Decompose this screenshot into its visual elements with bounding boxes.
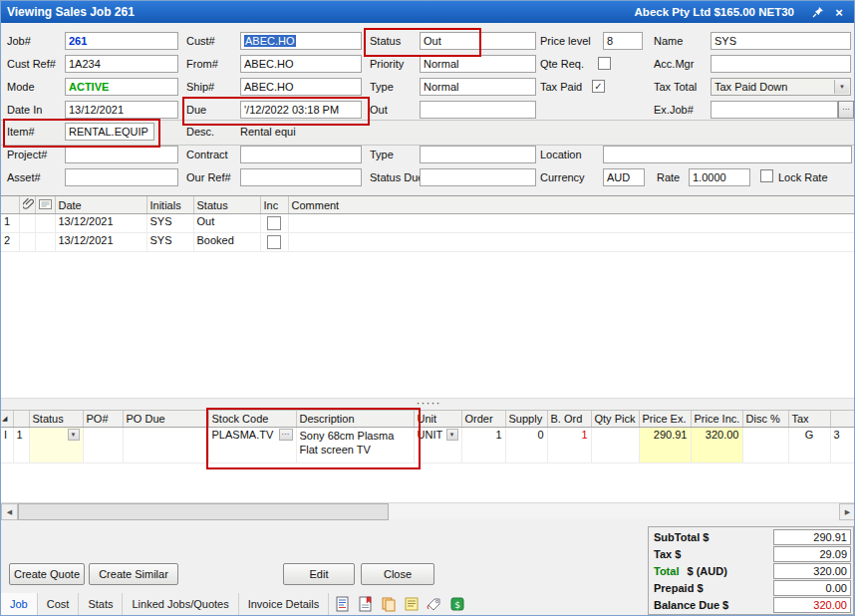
our-ref-field[interactable] (240, 168, 362, 186)
item-row[interactable]: I 1 ▼ ···PLASMA.TV Sony 68cm Plasma Flat… (1, 428, 854, 463)
tax-total-dropdown[interactable]: Tax Paid Down▼ (711, 78, 851, 96)
comment-cell[interactable] (288, 233, 854, 252)
edit-button[interactable]: Edit (283, 563, 355, 585)
status-field[interactable]: Out (420, 32, 536, 50)
back-order-cell[interactable]: 1 (547, 428, 591, 463)
clipped-column-header[interactable] (830, 411, 854, 428)
price-ex-cell[interactable]: 290.91 (639, 428, 691, 463)
history-row[interactable]: 2 13/12/2021 SYS Booked (1, 233, 854, 252)
copy-icon[interactable] (380, 595, 398, 613)
ship-field[interactable]: ABEC.HO (240, 78, 362, 96)
tab-invoice-details[interactable]: Invoice Details (239, 593, 330, 615)
tab-job[interactable]: Job (1, 593, 38, 615)
status-cell[interactable]: Out (193, 214, 260, 233)
price-inc-column-header[interactable]: Price Inc. (691, 411, 742, 428)
po-column-header[interactable]: PO# (83, 411, 123, 428)
row-number[interactable]: 1 (1, 214, 19, 233)
item-field[interactable]: RENTAL.EQUIP (65, 123, 154, 141)
comment-column-header[interactable]: Comment (288, 196, 854, 214)
job-field[interactable]: 261 (65, 32, 178, 50)
pin-icon[interactable] (809, 4, 827, 20)
status-cell[interactable]: Booked (193, 233, 260, 252)
row-number-column-header[interactable] (1, 196, 19, 214)
tax-column-header[interactable]: Tax (788, 411, 830, 428)
close-button[interactable]: Close (361, 563, 434, 585)
stock-code-cell[interactable]: ···PLASMA.TV (208, 428, 296, 463)
po-due-column-header[interactable]: PO Due (123, 411, 208, 428)
currency-field[interactable]: AUD (603, 168, 645, 186)
type-field[interactable]: Normal (420, 78, 536, 96)
lock-rate-checkbox[interactable] (760, 169, 773, 182)
supply-column-header[interactable]: Supply (505, 411, 547, 428)
disc-column-header[interactable]: Disc % (742, 411, 788, 428)
rate-field[interactable]: 1.0000 (689, 168, 750, 186)
note-cell[interactable] (35, 214, 55, 233)
clipped-cell[interactable]: 3 (830, 428, 854, 463)
scroll-right-button[interactable]: ▶ (839, 503, 855, 520)
qty-pick-column-header[interactable]: Qty Pick (591, 411, 639, 428)
cust-ref-field[interactable]: 1A234 (65, 55, 178, 73)
stock-code-column-header[interactable]: Stock Code (208, 411, 296, 428)
back-order-column-header[interactable]: B. Ord (547, 411, 591, 428)
description-cell[interactable]: Sony 68cm Plasma Flat screen TV (296, 428, 414, 463)
cust-field[interactable]: ABEC.HO (240, 32, 362, 50)
invoice-icon[interactable] (334, 595, 352, 613)
qty-pick-cell[interactable] (591, 428, 639, 463)
close-icon[interactable]: × (830, 4, 848, 20)
ex-job-ellipsis-button[interactable]: ··· (838, 101, 854, 119)
corner-select-header[interactable]: ◢ (1, 411, 13, 428)
po-cell[interactable] (83, 428, 123, 463)
name-field[interactable]: SYS (711, 32, 851, 50)
stock-lookup-button[interactable]: ··· (279, 429, 293, 441)
line-status-dropdown[interactable]: ▼ (29, 428, 83, 463)
tab-cost[interactable]: Cost (38, 593, 80, 615)
mode-field[interactable]: ACTIVE (65, 78, 178, 96)
tab-stats[interactable]: Stats (79, 593, 123, 615)
note-cell[interactable] (35, 233, 55, 252)
date-cell[interactable]: 13/12/2021 (55, 214, 146, 233)
chevron-down-icon[interactable]: ▼ (446, 429, 458, 441)
order-column-header[interactable]: Order (461, 411, 505, 428)
initials-column-header[interactable]: Initials (146, 196, 193, 214)
supply-cell[interactable]: 0 (505, 428, 547, 463)
line-number-column-header[interactable] (13, 411, 29, 428)
acc-mgr-field[interactable] (711, 55, 851, 73)
chevron-down-icon[interactable]: ▼ (68, 429, 80, 441)
inc-column-header[interactable]: Inc (260, 196, 288, 214)
report-icon[interactable] (357, 595, 375, 613)
chevron-down-icon[interactable]: ▼ (834, 80, 849, 94)
create-quote-button[interactable]: Create Quote (9, 563, 85, 585)
disc-cell[interactable] (742, 428, 788, 463)
qte-req-checkbox[interactable] (598, 57, 611, 70)
po-due-cell[interactable] (123, 428, 208, 463)
location-field[interactable] (603, 146, 852, 163)
contract-field[interactable] (240, 146, 362, 163)
asset-field[interactable] (65, 168, 178, 186)
accounts-icon[interactable]: $ (448, 595, 466, 613)
price-inc-cell[interactable]: 320.00 (691, 428, 742, 463)
history-row[interactable]: 1 13/12/2021 SYS Out (1, 214, 854, 233)
tag-icon[interactable] (426, 595, 443, 613)
status-due-field[interactable] (420, 168, 536, 186)
project-field[interactable] (65, 146, 178, 163)
status-column-header[interactable]: Status (29, 411, 83, 428)
from-field[interactable]: ABEC.HO (240, 55, 362, 73)
order-cell[interactable]: 1 (461, 428, 505, 463)
priority-field[interactable]: Normal (420, 55, 536, 73)
date-cell[interactable]: 13/12/2021 (55, 233, 146, 252)
create-similar-button[interactable]: Create Similar (89, 563, 178, 585)
date-in-field[interactable]: 13/12/2021 (65, 101, 178, 119)
due-field[interactable]: '/12/2022 03:18 PM (240, 101, 362, 119)
comment-cell[interactable] (288, 214, 854, 233)
initials-cell[interactable]: SYS (146, 214, 193, 233)
date-column-header[interactable]: Date (55, 196, 146, 214)
type2-field[interactable] (420, 146, 536, 163)
attachment-cell[interactable] (19, 214, 35, 233)
ex-job-field[interactable] (711, 101, 838, 119)
tax-paid-checkbox[interactable]: ✓ (592, 80, 605, 93)
scrollbar-thumb[interactable] (18, 503, 389, 520)
scroll-left-button[interactable]: ◀ (1, 503, 18, 520)
inc-checkbox[interactable] (260, 214, 288, 233)
row-number[interactable]: 2 (1, 233, 19, 252)
horizontal-scrollbar[interactable]: ◀ ▶ (1, 502, 855, 519)
